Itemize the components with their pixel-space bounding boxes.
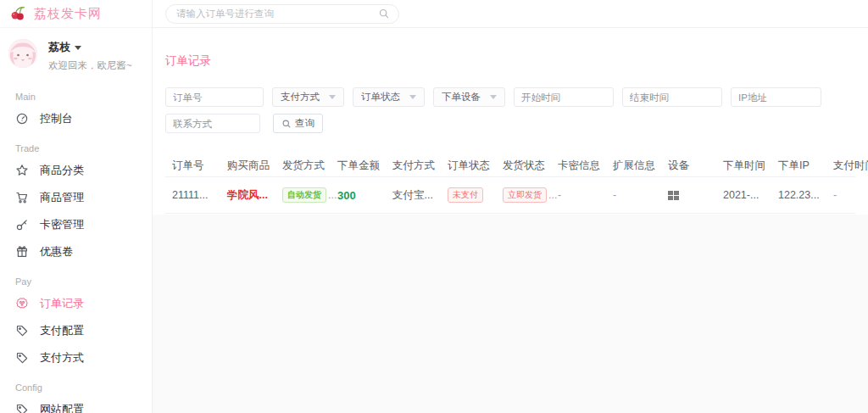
- cell-amount: 300: [331, 189, 386, 202]
- cell-card-info: -: [551, 189, 606, 201]
- col-product: 购买商品: [220, 159, 275, 173]
- windows-icon: [668, 191, 679, 200]
- cell-delivery-method: 自动发货 ...: [275, 187, 331, 203]
- nav-section-main: Main: [0, 92, 152, 102]
- cell-device: [661, 190, 716, 200]
- brand-title: 荔枝发卡网: [34, 6, 102, 22]
- table-row: 21111... 学院风... 自动发货 ... 300 支付宝... 未支付 …: [165, 177, 855, 214]
- col-pay-method: 支付方式: [386, 159, 441, 173]
- col-order-status: 订单状态: [441, 159, 496, 173]
- col-pay-time: 支付时间: [826, 159, 868, 173]
- contact-input[interactable]: [165, 114, 260, 133]
- cell-product: 学院风...: [220, 188, 275, 203]
- sidebar: 荔枝发卡网 荔枝: [0, 0, 153, 413]
- col-ext-info: 扩展信息: [606, 159, 661, 173]
- cell-pay-method: 支付宝...: [386, 188, 441, 203]
- berry-icon: [15, 297, 29, 310]
- user-panel: 荔枝 欢迎回来，欧尼酱~: [0, 28, 152, 81]
- search-icon: [281, 119, 292, 129]
- device-select[interactable]: 下单设备: [433, 87, 505, 107]
- avatar[interactable]: [8, 39, 37, 68]
- order-no-input[interactable]: [165, 87, 264, 107]
- table-header-row: 订单号 购买商品 发货方式 下单金额 支付方式 订单状态 发货状态 卡密信息 扩…: [165, 155, 855, 177]
- filters-row-2: 查询: [165, 114, 855, 133]
- order-search-bar: [165, 4, 399, 24]
- chevron-down-icon: [490, 95, 497, 99]
- filters-row-1: 支付方式 订单状态 下单设备: [165, 87, 855, 107]
- order-status-select[interactable]: 订单状态: [353, 87, 425, 107]
- nav-section-config: Config: [0, 382, 152, 393]
- cell-order-no: 21111...: [165, 189, 220, 201]
- nav-section-pay: Pay: [0, 276, 152, 287]
- tag-icon: [15, 324, 29, 338]
- sidebar-item-card-manage[interactable]: 卡密管理: [0, 211, 152, 238]
- orders-table: 订单号 购买商品 发货方式 下单金额 支付方式 订单状态 发货状态 卡密信息 扩…: [165, 155, 855, 214]
- dashboard-icon: [15, 112, 29, 126]
- cart-icon: [15, 191, 29, 204]
- col-delivery-method: 发货方式: [275, 159, 331, 173]
- start-time-input[interactable]: [514, 87, 614, 107]
- sidebar-item-coupon[interactable]: 优惠卷: [0, 238, 152, 265]
- order-records-panel: 订单记录 支付方式 订单状态 下单设备: [153, 28, 868, 215]
- sidebar-item-pay-method[interactable]: 支付方式: [0, 344, 152, 371]
- user-name: 荔枝: [48, 40, 70, 55]
- chevron-down-icon: [75, 46, 81, 50]
- sidebar-item-order-records[interactable]: 订单记录: [0, 290, 152, 317]
- topbar: [153, 0, 868, 28]
- query-button[interactable]: 查询: [273, 114, 323, 133]
- cell-order-ip: 122.23...: [771, 189, 826, 201]
- col-order-no: 订单号: [165, 159, 220, 173]
- welcome-text: 欢迎回来，欧尼酱~: [48, 59, 132, 72]
- sidebar-item-pay-config[interactable]: 支付配置: [0, 317, 152, 344]
- sidebar-nav: Main 控制台 Trade: [0, 92, 152, 413]
- cell-ship-status: 立即发货 ...: [496, 187, 551, 203]
- col-device: 设备: [661, 159, 716, 173]
- main-area: 订单记录 支付方式 订单状态 下单设备: [153, 0, 868, 413]
- col-amount: 下单金额: [331, 159, 386, 173]
- tag-icon: [15, 403, 29, 413]
- brand: 荔枝发卡网: [0, 0, 152, 28]
- sidebar-item-product-category[interactable]: 商品分类: [0, 157, 152, 184]
- cell-pay-time: -: [826, 189, 868, 201]
- user-menu[interactable]: 荔枝: [48, 40, 132, 55]
- ip-input[interactable]: [731, 87, 821, 107]
- cell-ext-info: -: [606, 189, 661, 201]
- chevron-down-icon: [409, 95, 416, 99]
- key-icon: [15, 218, 29, 232]
- cell-order-time: 2021-...: [716, 189, 771, 201]
- col-order-time: 下单时间: [716, 159, 771, 173]
- status-badge: 未支付: [448, 187, 483, 203]
- nav-section-trade: Trade: [0, 143, 152, 153]
- delivery-badge: 自动发货: [282, 187, 326, 203]
- star-icon: [15, 164, 29, 177]
- chevron-down-icon: [329, 95, 336, 99]
- col-order-ip: 下单IP: [771, 159, 826, 173]
- cherry-icon: [9, 5, 26, 22]
- col-card-info: 卡密信息: [551, 159, 606, 173]
- sidebar-item-dashboard[interactable]: 控制台: [0, 105, 152, 132]
- page-title: 订单记录: [165, 53, 855, 69]
- cell-order-status: 未支付: [441, 187, 496, 203]
- sidebar-item-site-config[interactable]: 网站配置: [0, 396, 152, 413]
- order-search-input[interactable]: [176, 8, 373, 19]
- gift-icon: [15, 245, 29, 259]
- tag-icon: [15, 351, 29, 365]
- ship-badge: 立即发货: [503, 187, 547, 203]
- search-icon[interactable]: [373, 8, 395, 20]
- sidebar-item-product-manage[interactable]: 商品管理: [0, 184, 152, 211]
- app-window: 荔枝发卡网 荔枝: [0, 0, 868, 413]
- end-time-input[interactable]: [622, 87, 722, 107]
- col-ship-status: 发货状态: [496, 159, 551, 173]
- pay-method-select[interactable]: 支付方式: [272, 87, 344, 107]
